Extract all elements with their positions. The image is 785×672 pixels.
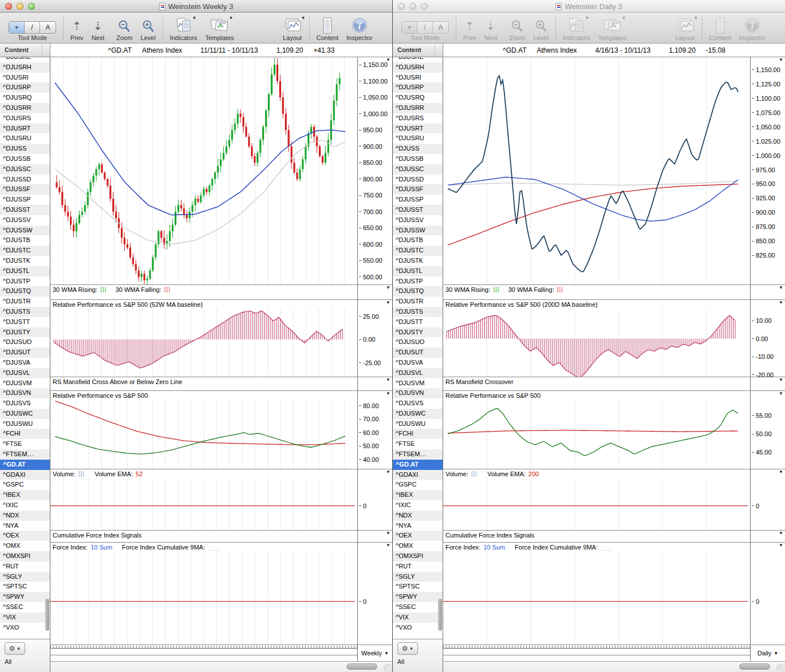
symbol-row[interactable]: ^DJUSUO (393, 337, 443, 347)
templates-button[interactable]: ▼Templates (205, 16, 234, 41)
tool-text-button[interactable]: A (433, 22, 448, 33)
symbol-row[interactable]: ^DJUSST (393, 205, 443, 215)
horizontal-scrollbar[interactable] (443, 662, 785, 672)
symbol-row[interactable]: ^OMX (393, 541, 443, 551)
symbol-row[interactable]: ^VXO (393, 623, 443, 633)
symbol-row[interactable]: ^SPTSC (0, 582, 50, 592)
force-cum-blank[interactable]: ___ (601, 544, 613, 551)
close-button[interactable] (5, 3, 12, 10)
volume-plot[interactable] (50, 477, 357, 530)
symbol-row[interactable]: ^OMX (0, 541, 50, 551)
symbol-row[interactable]: ^DJUSRU (393, 133, 443, 144)
tool-line-button[interactable]: / (417, 22, 433, 33)
sidebar-scrollbar[interactable] (45, 599, 49, 631)
symbol-row[interactable]: ^DJUSSD (0, 175, 50, 185)
symbol-row[interactable]: ^DJUSRH (0, 62, 50, 73)
symbol-row[interactable]: ^SPWY (393, 592, 443, 602)
symbol-row[interactable]: ^DJUSUO (0, 337, 50, 347)
layout-button[interactable]: ▼Layout (283, 16, 302, 41)
pane-menu-disclosure[interactable]: ▼ (779, 286, 783, 290)
pane-menu-disclosure[interactable]: ▼ (386, 470, 390, 475)
symbol-row[interactable]: ^OEX (0, 531, 50, 541)
action-gear-button[interactable]: ⚙▼ (5, 642, 25, 655)
tool-line-button[interactable]: / (25, 22, 40, 33)
symbol-row[interactable]: ^DJUSTB (393, 235, 443, 246)
next-button[interactable]: ⇣Next (92, 16, 105, 41)
force-index-plot[interactable] (443, 551, 750, 645)
symbol-row[interactable]: ^DJUSTL (393, 266, 443, 276)
period-selector[interactable]: Weekly▼ (361, 650, 389, 657)
titlebar[interactable]: Weinstein Weekly 3 (0, 0, 392, 13)
force-sum-value[interactable]: 10 Sum (90, 544, 112, 551)
indicators-button[interactable]: ▼Indicators (170, 16, 198, 41)
pane-menu-disclosure[interactable]: ▼ (779, 531, 783, 536)
symbol-row[interactable]: ^DJUSTT (393, 317, 443, 327)
symbol-row[interactable]: ^IBEX (0, 490, 50, 500)
symbol-row[interactable]: ^FTSE (0, 439, 50, 449)
pane-menu-disclosure[interactable]: ▼ (386, 286, 390, 290)
volume-ema-value[interactable]: 52 (136, 471, 143, 477)
symbol-row[interactable]: ^VXO (0, 623, 50, 633)
minimize-button[interactable] (17, 3, 23, 10)
symbol-row[interactable]: ^DJUSUT (0, 347, 50, 358)
symbol-row[interactable]: ^DJUSRT (393, 124, 443, 134)
symbol-row[interactable]: ^DJUSTR (393, 297, 443, 307)
symbol-row[interactable]: ^DJUSSP (393, 195, 443, 205)
symbol-row[interactable]: ^DJUSRR (393, 103, 443, 113)
tool-text-button[interactable]: A (40, 22, 56, 33)
prev-button[interactable]: ⇡Prev (463, 16, 476, 41)
symbol-row[interactable]: ^DJUSTY (0, 327, 50, 338)
sidebar-scrollbar[interactable] (438, 599, 442, 631)
resize-grip[interactable] (776, 663, 784, 671)
symbol-row[interactable]: ^DJUSRR (0, 103, 50, 113)
force-sum-value[interactable]: 10 Sum (483, 544, 505, 551)
symbol-row[interactable]: ^SPTSC (393, 582, 443, 592)
symbol-row[interactable]: ^DJUSTP (393, 276, 443, 287)
relative-performance-plot[interactable] (50, 308, 357, 377)
rs-plot[interactable] (50, 399, 357, 469)
pane-menu-disclosure[interactable]: ▼ (779, 392, 783, 396)
pane-menu-disclosure[interactable]: ▼ (779, 378, 783, 382)
pane-menu-disclosure[interactable]: ▼ (779, 543, 783, 548)
symbol-row[interactable]: ^VIX (0, 612, 50, 623)
templates-button[interactable]: ▼Templates (598, 16, 626, 41)
symbol-row[interactable]: ^DJUSTP (0, 276, 50, 287)
symbol-row[interactable]: ^FCHI (0, 429, 50, 439)
symbol-row[interactable]: ^DJUSRP (0, 82, 50, 93)
sidebar-header[interactable]: Content (393, 44, 443, 57)
pane-menu-disclosure[interactable]: ▼ (386, 301, 390, 305)
symbol-row[interactable]: ^DJUSVN (393, 388, 443, 398)
indicators-button[interactable]: ▼Indicators (563, 16, 590, 41)
symbol-row[interactable]: ^FTSEM… (393, 449, 443, 460)
symbol-row[interactable]: ^SGLY (0, 572, 50, 582)
symbol-row[interactable]: ^VIX (393, 612, 443, 623)
symbol-row[interactable]: ^DJUSTS (0, 307, 50, 317)
pane-menu-disclosure[interactable]: ▼ (386, 392, 390, 396)
symbol-row[interactable]: ^DJUSVM (393, 378, 443, 389)
symbol-row[interactable]: ^DJUSS (393, 144, 443, 154)
price-plot[interactable] (50, 57, 357, 284)
volume-plot[interactable] (443, 477, 750, 530)
action-gear-button[interactable]: ⚙▼ (397, 642, 418, 655)
symbol-row[interactable]: ^DJUSSF (0, 184, 50, 195)
symbol-row[interactable]: ^DJUSSB (393, 154, 443, 164)
tool-crosshair-button[interactable]: + (402, 22, 417, 33)
symbol-row[interactable]: ^DJUSSP (0, 195, 50, 205)
symbol-row[interactable]: ^DJUSRE (393, 57, 443, 62)
prev-button[interactable]: ⇡Prev (70, 16, 84, 41)
symbol-row[interactable]: ^FCHI (393, 429, 443, 439)
symbol-row[interactable]: ^NYA (393, 521, 443, 531)
symbol-row[interactable]: ^GDAXI (0, 470, 50, 480)
symbol-row[interactable]: ^DJUSSC (393, 164, 443, 175)
zoom-window-button[interactable] (421, 3, 428, 10)
symbol-row[interactable]: ^DJUSVM (0, 378, 50, 389)
symbol-row[interactable]: ^DJUSVS (393, 398, 443, 409)
symbol-row[interactable]: ^DJUSST (0, 205, 50, 215)
symbol-row[interactable]: ^GD.AT (393, 460, 443, 470)
symbol-row[interactable]: ^DJUSRU (0, 133, 50, 144)
symbol-row[interactable]: ^DJUSWC (393, 409, 443, 419)
symbol-row[interactable]: ^DJUSTK (0, 256, 50, 266)
inspector-button[interactable]: iInspector (346, 16, 372, 41)
symbol-row[interactable]: ^DJUSSB (0, 154, 50, 164)
close-button[interactable] (398, 3, 405, 10)
